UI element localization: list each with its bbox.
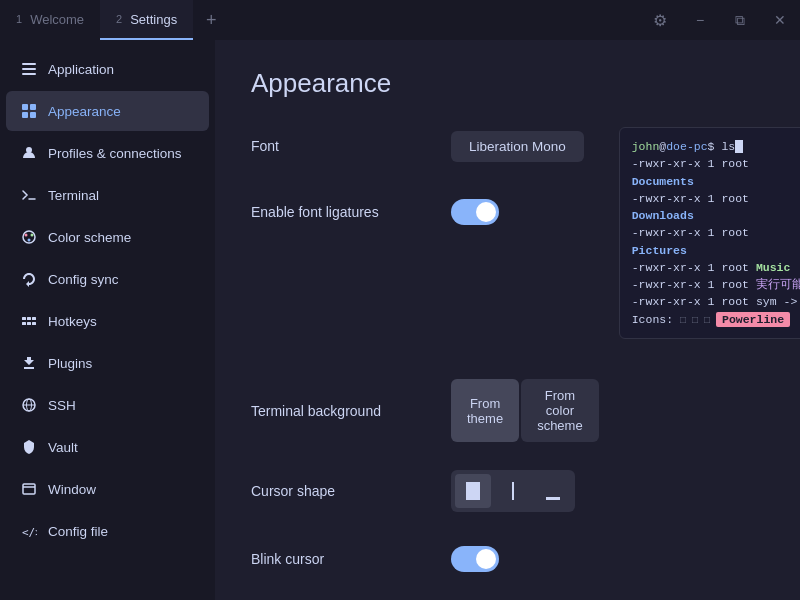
minimize-button[interactable]: − <box>680 0 720 40</box>
svg-rect-6 <box>30 112 36 118</box>
main-layout: Application Appearance Profiles & co <box>0 40 800 600</box>
font-button[interactable]: Liberation Mono <box>451 131 584 162</box>
sidebar-item-profiles-label: Profiles & connections <box>48 146 182 161</box>
sidebar-item-appearance-label: Appearance <box>48 104 121 119</box>
title-bar: 1 Welcome 2 Settings + ⚙ − ⧉ ✕ <box>0 0 800 40</box>
settings-and-preview: Font Liberation Mono Enable font ligatur… <box>251 127 764 600</box>
terminal-line-3: -rwxr-xr-x 1 root <box>632 190 800 207</box>
svg-rect-4 <box>30 104 36 110</box>
terminal-line-2: Documents <box>632 173 800 190</box>
tab-settings[interactable]: 2 Settings <box>100 0 193 40</box>
bg-button-group: From theme From color scheme <box>451 379 599 442</box>
svg-rect-3 <box>22 104 28 110</box>
terminal-icon <box>20 186 38 204</box>
svg-rect-12 <box>22 317 26 320</box>
terminal-bg-setting-row: Terminal background From theme From colo… <box>251 379 599 442</box>
sidebar: Application Appearance Profiles & co <box>0 40 215 600</box>
svg-rect-17 <box>32 322 36 325</box>
terminal-prompt-line: john@doe-pc$ ls <box>632 138 800 155</box>
svg-rect-13 <box>27 317 31 320</box>
terminal-preview: john@doe-pc$ ls -rwxr-xr-x 1 root Docume… <box>619 127 800 339</box>
sidebar-item-ssh[interactable]: SSH <box>6 385 209 425</box>
sidebar-item-window[interactable]: Window <box>6 469 209 509</box>
terminal-line-icons: Icons: □ □ □ Powerline <box>632 311 800 328</box>
hotkeys-icon <box>20 312 38 330</box>
svg-text:</>: </> <box>22 526 37 539</box>
cursor-shape-label: Cursor shape <box>251 483 451 499</box>
window-icon <box>20 480 38 498</box>
cursor-block-icon <box>466 482 480 500</box>
appearance-icon <box>20 102 38 120</box>
cursor-beam-button[interactable] <box>495 474 531 508</box>
sidebar-item-vault-label: Vault <box>48 440 78 455</box>
cursor-block-button[interactable] <box>455 474 491 508</box>
sidebar-item-plugins[interactable]: Plugins <box>6 343 209 383</box>
content-area: Appearance Font Liberation Mono Enable f… <box>215 40 800 600</box>
terminal-host: doe-pc <box>666 140 707 153</box>
sidebar-item-color-scheme[interactable]: Color scheme <box>6 217 209 257</box>
blink-cursor-toggle[interactable] <box>451 546 499 572</box>
svg-rect-2 <box>22 73 36 75</box>
settings-button[interactable]: ⚙ <box>640 0 680 40</box>
config-sync-icon <box>20 270 38 288</box>
sidebar-item-application[interactable]: Application <box>6 49 209 89</box>
sidebar-item-terminal-label: Terminal <box>48 188 99 203</box>
tab-welcome-number: 1 <box>16 13 22 25</box>
ligatures-toggle[interactable] <box>451 199 499 225</box>
ligatures-label: Enable font ligatures <box>251 204 451 220</box>
terminal-powerline: Powerline <box>716 312 790 327</box>
terminal-line-9: -rwxr-xr-x 1 root sym -> l <box>632 293 800 310</box>
tab-welcome[interactable]: 1 Welcome <box>0 0 100 40</box>
gear-icon: ⚙ <box>653 11 667 30</box>
maximize-icon: ⧉ <box>735 12 745 29</box>
application-icon <box>20 60 38 78</box>
sidebar-item-ssh-label: SSH <box>48 398 76 413</box>
sidebar-item-config-sync-label: Config sync <box>48 272 119 287</box>
sidebar-item-window-label: Window <box>48 482 96 497</box>
preview-right: john@doe-pc$ ls -rwxr-xr-x 1 root Docume… <box>619 127 800 600</box>
svg-rect-1 <box>22 68 36 70</box>
cursor-underline-button[interactable] <box>535 474 571 508</box>
maximize-button[interactable]: ⧉ <box>720 0 760 40</box>
blink-cursor-label: Blink cursor <box>251 551 451 567</box>
bg-from-theme-button[interactable]: From theme <box>451 379 519 442</box>
font-label: Font <box>251 138 451 154</box>
sidebar-item-color-scheme-label: Color scheme <box>48 230 131 245</box>
new-tab-button[interactable]: + <box>193 0 229 40</box>
sidebar-item-terminal[interactable]: Terminal <box>6 175 209 215</box>
window-controls: ⚙ − ⧉ ✕ <box>640 0 800 40</box>
sidebar-item-plugins-label: Plugins <box>48 356 92 371</box>
tab-settings-label: Settings <box>130 12 177 27</box>
font-setting-row: Font Liberation Mono <box>251 127 599 165</box>
sidebar-item-hotkeys[interactable]: Hotkeys <box>6 301 209 341</box>
tab-welcome-label: Welcome <box>30 12 84 27</box>
terminal-line-1: -rwxr-xr-x 1 root <box>632 155 800 172</box>
terminal-bg-label: Terminal background <box>251 403 451 419</box>
ligatures-setting-row: Enable font ligatures <box>251 193 599 231</box>
terminal-line-6: Pictures <box>632 242 800 259</box>
terminal-symbol: $ <box>708 140 722 153</box>
bg-from-color-scheme-button[interactable]: From color scheme <box>521 379 599 442</box>
svg-rect-0 <box>22 63 36 65</box>
cursor-underline-icon <box>546 497 560 500</box>
sidebar-item-appearance[interactable]: Appearance <box>6 91 209 131</box>
preview-spacer <box>251 259 599 379</box>
sidebar-item-vault[interactable]: Vault <box>6 427 209 467</box>
sidebar-item-application-label: Application <box>48 62 114 77</box>
sidebar-item-config-sync[interactable]: Config sync <box>6 259 209 299</box>
profiles-icon <box>20 144 38 162</box>
terminal-icons-dots: □ □ □ <box>680 315 716 326</box>
svg-point-9 <box>25 234 28 237</box>
page-title: Appearance <box>251 68 764 99</box>
close-icon: ✕ <box>774 12 786 28</box>
sidebar-item-profiles[interactable]: Profiles & connections <box>6 133 209 173</box>
sidebar-item-config-file[interactable]: </> Config file <box>6 511 209 551</box>
cursor-shape-group <box>451 470 575 512</box>
terminal-user: john <box>632 140 660 153</box>
cursor-shape-setting-row: Cursor shape <box>251 470 599 512</box>
svg-point-10 <box>31 234 34 237</box>
ssh-icon <box>20 396 38 414</box>
terminal-line-8: -rwxr-xr-x 1 root 実行可能フ <box>632 276 800 293</box>
config-file-icon: </> <box>20 522 38 540</box>
close-button[interactable]: ✕ <box>760 0 800 40</box>
